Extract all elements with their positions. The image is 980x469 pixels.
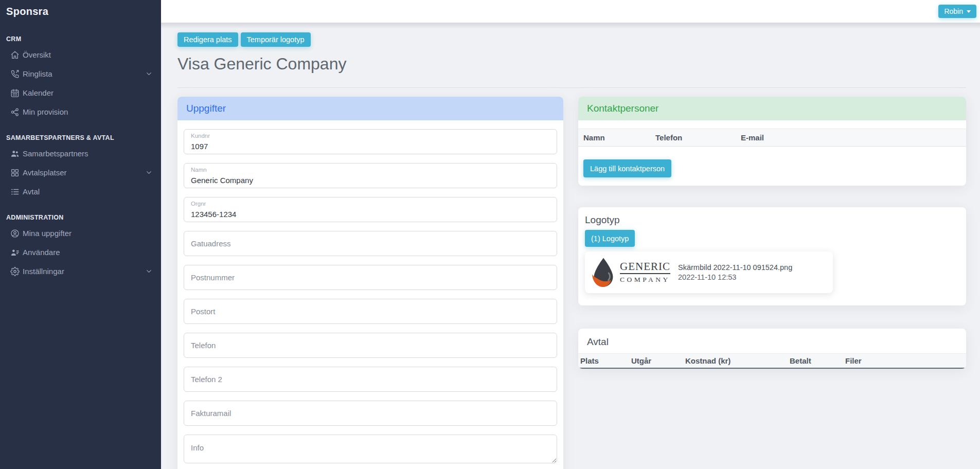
sidebar-item-label: Kalender	[23, 88, 54, 97]
column-plats: Plats	[578, 356, 631, 365]
topbar: Robin	[161, 0, 980, 23]
logo-file-item[interactable]: GENERIC COMPANY Skärmbild 2022-11-10 091…	[585, 251, 833, 293]
kontaktpersoner-card-header: Kontaktpersoner	[578, 97, 966, 120]
home-icon	[10, 50, 20, 60]
sidebar: Sponsra CRM Översikt Ringlista Kalender	[0, 0, 161, 469]
kontaktpersoner-card: Kontaktpersoner Namn Telefon E-mail Lägg…	[578, 97, 966, 186]
edit-place-button[interactable]: Redigera plats	[177, 32, 238, 47]
temporary-logo-button[interactable]: Temporär logotyp	[241, 32, 311, 47]
gatuadress-input[interactable]	[191, 231, 550, 256]
section-label-crm: CRM	[0, 35, 161, 43]
telefon2-input[interactable]	[191, 367, 550, 391]
kundnr-input[interactable]	[191, 141, 550, 151]
avtal-title: Avtal	[578, 329, 966, 353]
gatuadress-field	[184, 231, 557, 256]
column-betalt: Betalt	[790, 356, 845, 365]
kontaktpersoner-actions: Lägg till kontaktperson	[578, 147, 966, 186]
orgnr-label: Orgnr	[191, 201, 206, 207]
generic-company-logo-icon	[591, 257, 616, 288]
sidebar-item-label: Min provision	[23, 107, 68, 116]
logo-text-generic: GENERIC	[620, 261, 670, 274]
logo-upload-date: 2022-11-10 12:53	[678, 273, 792, 282]
sidebar-item-label: Avtalsplatser	[23, 168, 67, 177]
sidebar-item-label: Samarbetspartners	[23, 149, 88, 158]
users-icon	[10, 149, 20, 158]
gear-icon	[10, 267, 20, 276]
uppgifter-card-header: Uppgifter	[177, 97, 563, 120]
user-menu-label: Robin	[944, 7, 963, 15]
caret-down-icon	[967, 10, 971, 13]
chevron-down-icon	[145, 267, 153, 275]
title-divider	[177, 87, 966, 88]
kundnr-label: Kundnr	[191, 133, 210, 139]
section-label-partners: SAMARBETSPARTNERS & AVTAL	[0, 134, 161, 142]
sidebar-item-label: Mina uppgifter	[23, 229, 72, 238]
telefon2-field	[184, 367, 557, 392]
logo-wordmark: GENERIC COMPANY	[620, 261, 670, 284]
calendar-icon	[10, 88, 20, 98]
column-kostnad: Kostnad (kr)	[685, 356, 790, 365]
kontaktpersoner-table-header: Namn Telefon E-mail	[578, 129, 966, 147]
page-title: Visa Generic Company	[177, 51, 966, 76]
uppgifter-fields: Kundnr Namn Orgnr	[177, 120, 563, 465]
sidebar-section-crm: CRM Översikt Ringlista Kalender	[0, 35, 161, 121]
column-filer: Filer	[845, 356, 966, 365]
sidebar-item-label: Avtal	[23, 187, 40, 196]
sidebar-item-label: Ringlista	[23, 69, 52, 78]
user-lines-icon	[10, 248, 20, 257]
postnummer-field	[184, 265, 557, 290]
namn-label: Namn	[191, 167, 207, 173]
sidebar-section-administration: ADMINISTRATION Mina uppgifter Användare …	[0, 213, 161, 281]
fakturamail-input[interactable]	[191, 401, 550, 425]
grid-icon	[10, 168, 20, 177]
column-utgar: Utgår	[631, 356, 685, 365]
sidebar-item-mina-uppgifter[interactable]: Mina uppgifter	[0, 224, 161, 243]
fakturamail-field	[184, 401, 557, 426]
sidebar-item-label: Användare	[23, 248, 60, 257]
brand[interactable]: Sponsra	[0, 0, 161, 23]
main-area: Robin Redigera plats Temporär logotyp Vi…	[161, 0, 980, 469]
column-telefon: Telefon	[655, 133, 741, 142]
sidebar-item-samarbetspartners[interactable]: Samarbetspartners	[0, 144, 161, 163]
chevron-down-icon	[145, 70, 153, 78]
sidebar-item-label: Översikt	[23, 50, 51, 59]
list-icon	[10, 187, 20, 196]
column-email: E-mail	[741, 133, 966, 142]
avtal-card: Avtal Plats Utgår Kostnad (kr) Betalt Fi…	[578, 329, 966, 369]
sidebar-item-installningar[interactable]: Inställningar	[0, 262, 161, 281]
postort-field	[184, 299, 557, 324]
user-menu-button[interactable]: Robin	[938, 5, 976, 18]
orgnr-input[interactable]	[191, 209, 550, 219]
kundnr-field: Kundnr	[184, 129, 557, 154]
sidebar-item-ringlista[interactable]: Ringlista	[0, 64, 161, 83]
section-label-administration: ADMINISTRATION	[0, 213, 161, 222]
logotyp-count-button[interactable]: (1) Logotyp	[585, 230, 635, 247]
postort-input[interactable]	[191, 299, 550, 323]
logotyp-title: Logotyp	[585, 214, 960, 226]
sidebar-item-kalender[interactable]: Kalender	[0, 83, 161, 102]
telefon-input[interactable]	[191, 333, 550, 357]
logo-filename: Skärmbild 2022-11-10 091524.png	[678, 263, 792, 273]
uppgifter-title: Uppgifter	[186, 103, 226, 114]
telefon-field	[184, 333, 557, 358]
chevron-down-icon	[145, 169, 153, 176]
add-contact-button[interactable]: Lägg till kontaktperson	[583, 159, 671, 177]
postnummer-input[interactable]	[191, 265, 550, 290]
avtal-table-header: Plats Utgår Kostnad (kr) Betalt Filer	[578, 353, 966, 369]
sidebar-item-oversikt[interactable]: Översikt	[0, 45, 161, 64]
logo-text-company: COMPANY	[620, 276, 670, 284]
info-textarea[interactable]	[184, 435, 557, 463]
namn-input[interactable]	[191, 175, 550, 185]
sidebar-section-partners: SAMARBETSPARTNERS & AVTAL Samarbetspartn…	[0, 134, 161, 201]
logo-file-meta: Skärmbild 2022-11-10 091524.png 2022-11-…	[678, 263, 792, 282]
namn-field: Namn	[184, 163, 557, 188]
logotyp-card: Logotyp (1) Logotyp GENERIC COMPANY	[578, 207, 966, 305]
sidebar-item-avtalsplatser[interactable]: Avtalsplatser	[0, 163, 161, 182]
sidebar-item-avtal[interactable]: Avtal	[0, 182, 161, 201]
toolbar: Redigera plats Temporär logotyp	[177, 32, 966, 47]
sidebar-item-min-provision[interactable]: Min provision	[0, 102, 161, 121]
spacer	[578, 120, 966, 129]
network-icon	[10, 107, 20, 117]
sidebar-item-anvandare[interactable]: Användare	[0, 243, 161, 262]
sidebar-item-label: Inställningar	[23, 267, 64, 276]
